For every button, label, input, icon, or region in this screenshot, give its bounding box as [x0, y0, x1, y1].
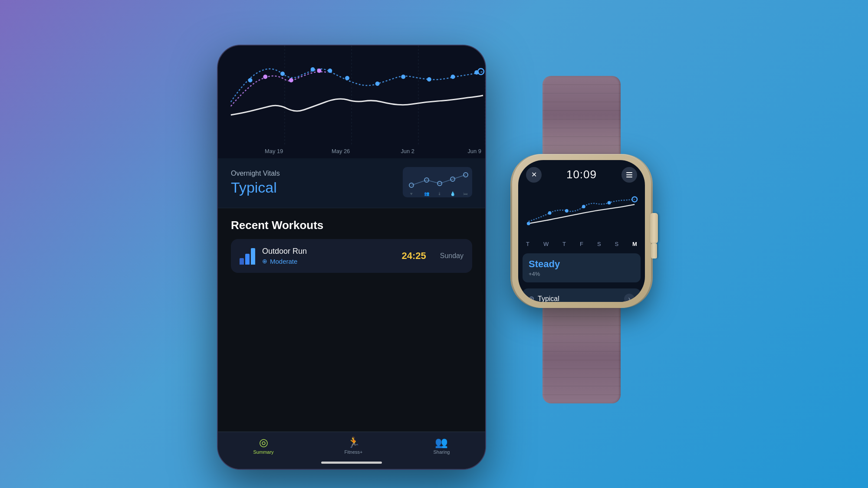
vitals-card[interactable]: Overnight Vitals Typical: [218, 158, 485, 208]
svg-point-49: [608, 201, 611, 204]
svg-point-12: [451, 75, 455, 79]
sharing-icon: 👥: [435, 437, 448, 448]
watch-day-labels: T W T F S S M: [524, 238, 639, 250]
watch-band-bottom: [542, 308, 621, 403]
watch-chart-area: T W T F S S M: [518, 187, 645, 250]
svg-text:May 26: May 26: [332, 147, 350, 154]
menu-line-2: [626, 174, 632, 175]
workout-intensity: ⊕ Moderate: [262, 258, 395, 265]
workout-name: Outdoor Run: [262, 247, 395, 256]
tab-sharing[interactable]: 👥 Sharing: [425, 437, 459, 455]
day-S1: S: [597, 241, 601, 247]
day-T1: T: [526, 241, 529, 247]
day-T2: T: [562, 241, 566, 247]
watch-header: ✕ 10:09: [518, 160, 645, 187]
watch-typical-label: Typical: [538, 295, 559, 302]
workouts-title: Recent Workouts: [231, 219, 472, 232]
phone-chart-area: May 19 May 26 Jun 2 Jun 9: [218, 46, 485, 158]
watch-steady-card: Steady +4%: [523, 253, 641, 282]
watch-body: ✕ 10:09: [512, 154, 651, 308]
svg-text:Jun 9: Jun 9: [467, 147, 481, 154]
svg-point-11: [427, 77, 431, 82]
main-scene: May 19 May 26 Jun 2 Jun 9 Overnight Vita…: [0, 0, 868, 488]
svg-point-47: [565, 209, 569, 213]
summary-icon: ◎: [259, 437, 268, 448]
svg-point-6: [311, 67, 315, 72]
tab-summary-label: Summary: [253, 449, 274, 455]
watch-chevron-icon: ›: [624, 294, 635, 302]
svg-point-15: [289, 78, 293, 82]
svg-point-48: [582, 205, 585, 208]
intensity-label: Moderate: [270, 258, 297, 265]
watch-steady-title: Steady: [529, 259, 635, 270]
home-indicator: [218, 458, 485, 469]
menu-line-1: [626, 172, 632, 173]
svg-point-10: [401, 75, 405, 79]
svg-text:Jun 2: Jun 2: [401, 147, 414, 154]
svg-point-8: [345, 76, 349, 80]
workout-info: Outdoor Run ⊕ Moderate: [262, 247, 395, 265]
band-texture-top: [542, 76, 621, 154]
heart-rate-chart: May 19 May 26 Jun 2 Jun 9: [218, 46, 485, 158]
svg-point-46: [548, 211, 552, 215]
svg-text:💧: 💧: [450, 191, 456, 197]
vitals-label: Overnight Vitals: [231, 170, 280, 177]
svg-point-7: [328, 69, 332, 73]
tab-bar: ◎ Summary 🏃 Fitness+ 👥 Sharing: [218, 432, 485, 458]
svg-point-45: [527, 222, 530, 225]
svg-text:🛏: 🛏: [464, 191, 468, 196]
watch-time: 10:09: [566, 168, 597, 181]
svg-text:♥: ♥: [410, 191, 413, 196]
watch-button: [651, 243, 657, 259]
bar-2: [245, 254, 250, 265]
watch-band-top: [542, 76, 621, 154]
bar-3: [251, 248, 255, 265]
intensity-icon: ⊕: [262, 258, 267, 265]
workout-intensity-icon: [240, 247, 255, 265]
svg-point-4: [248, 78, 253, 82]
svg-point-14: [263, 75, 267, 79]
day-W: W: [543, 241, 549, 247]
svg-text:May 19: May 19: [265, 147, 283, 154]
workout-duration: 24:25: [401, 250, 426, 262]
watch-crown: [650, 213, 658, 243]
svg-point-9: [375, 82, 380, 86]
vitals-mini-chart: ♥ 👥 🌡 💧 🛏: [403, 167, 472, 199]
svg-text:🌡: 🌡: [437, 191, 442, 196]
typical-icon: ⊛: [529, 295, 534, 302]
bar-1: [240, 258, 244, 265]
vitals-chart-svg: ♥ 👥 🌡 💧 🛏: [403, 167, 472, 197]
svg-text:👥: 👥: [424, 191, 430, 197]
workout-day: Sunday: [440, 252, 464, 260]
workouts-section: Recent Workouts Outdoor Run ⊕ Moderate: [218, 208, 485, 432]
tab-fitness[interactable]: 🏃 Fitness+: [336, 437, 372, 455]
day-F: F: [580, 241, 583, 247]
watch-screen: ✕ 10:09: [518, 160, 645, 302]
tab-sharing-label: Sharing: [434, 449, 450, 455]
fitness-icon: 🏃: [347, 437, 360, 448]
vitals-left: Overnight Vitals Typical: [231, 170, 280, 196]
watch-typical-left: ⊛ Typical: [529, 295, 559, 302]
watch-close-button[interactable]: ✕: [526, 167, 542, 183]
watch-menu-button[interactable]: [621, 167, 637, 183]
svg-point-5: [280, 72, 285, 76]
watch-typical-row[interactable]: ⊛ Typical ›: [523, 288, 641, 302]
phone-device: May 19 May 26 Jun 2 Jun 9 Overnight Vita…: [217, 45, 486, 470]
watch-device: ✕ 10:09: [512, 76, 651, 403]
watch-steady-sub: +4%: [529, 271, 635, 277]
home-indicator-bar: [321, 462, 382, 464]
workout-card[interactable]: Outdoor Run ⊕ Moderate 24:25 Sunday: [231, 239, 472, 273]
day-M: M: [632, 241, 637, 247]
menu-line-3: [626, 177, 632, 177]
watch-chart-svg: [524, 187, 639, 235]
svg-point-16: [317, 69, 322, 73]
vitals-value: Typical: [231, 179, 280, 196]
band-texture-bottom: [542, 308, 621, 403]
day-S2: S: [615, 241, 619, 247]
tab-summary[interactable]: ◎ Summary: [245, 437, 283, 455]
tab-fitness-label: Fitness+: [345, 449, 363, 455]
